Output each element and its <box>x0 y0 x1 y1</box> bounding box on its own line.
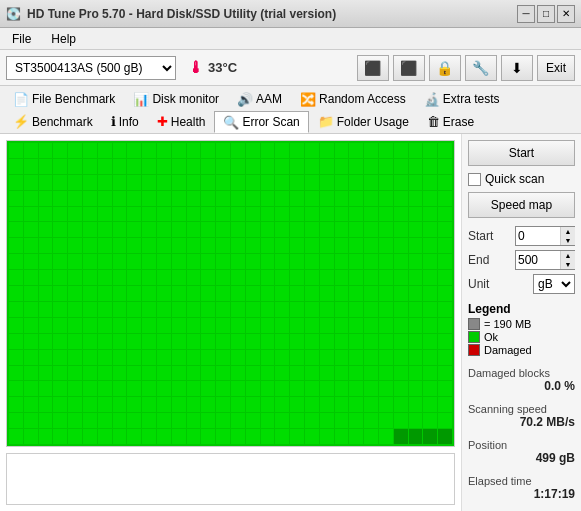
grid-cell <box>216 159 230 174</box>
grid-cell <box>320 159 334 174</box>
tab-benchmark[interactable]: ⚡ Benchmark <box>4 111 102 133</box>
grid-cell <box>394 254 408 269</box>
grid-cell <box>320 381 334 396</box>
start-input[interactable] <box>516 227 560 245</box>
tab-health[interactable]: ✚ Health <box>148 111 215 133</box>
grid-cell <box>113 254 127 269</box>
tab-info[interactable]: ℹ Info <box>102 111 148 133</box>
grid-cell <box>305 254 319 269</box>
grid-cell <box>98 334 112 349</box>
grid-cell <box>201 143 215 158</box>
grid-cell <box>142 238 156 253</box>
grid-cell <box>201 254 215 269</box>
grid-cell <box>423 270 437 285</box>
grid-cell <box>275 334 289 349</box>
grid-cell <box>261 191 275 206</box>
grid-cell <box>157 238 171 253</box>
grid-cell <box>231 159 245 174</box>
tab-disk-monitor[interactable]: 📊 Disk monitor <box>124 88 228 110</box>
tab-extra-tests[interactable]: 🔬 Extra tests <box>415 88 509 110</box>
grid-cell <box>187 238 201 253</box>
grid-cell <box>349 286 363 301</box>
tab-folder-usage[interactable]: 📁 Folder Usage <box>309 111 418 133</box>
close-button[interactable]: ✕ <box>557 5 575 23</box>
grid-cell <box>423 222 437 237</box>
exit-button[interactable]: Exit <box>537 55 575 81</box>
end-spin-down[interactable]: ▼ <box>561 260 575 269</box>
tab-aam[interactable]: 🔊 AAM <box>228 88 291 110</box>
grid-cell <box>68 397 82 412</box>
grid-cell <box>68 143 82 158</box>
tab-erase-label: Erase <box>443 115 474 129</box>
grid-cell <box>53 397 67 412</box>
menu-help[interactable]: Help <box>47 30 80 48</box>
tab-random-access[interactable]: 🔀 Random Access <box>291 88 415 110</box>
grid-cell <box>246 334 260 349</box>
grid-cell <box>379 350 393 365</box>
tab-error-scan[interactable]: 🔍 Error Scan <box>214 111 308 133</box>
grid-cell <box>83 191 97 206</box>
grid-cell <box>438 413 452 428</box>
disk-selector[interactable]: ST3500413AS (500 gB) <box>6 56 176 80</box>
grid-cell <box>216 270 230 285</box>
grid-cell <box>379 222 393 237</box>
tab-erase[interactable]: 🗑 Erase <box>418 111 483 133</box>
grid-cell <box>438 302 452 317</box>
grid-cell <box>364 350 378 365</box>
grid-cell <box>275 318 289 333</box>
grid-cell <box>53 334 67 349</box>
grid-cell <box>9 413 23 428</box>
grid-cell <box>142 191 156 206</box>
maximize-button[interactable]: □ <box>537 5 555 23</box>
toolbar-btn-4[interactable]: 🔧 <box>465 55 497 81</box>
grid-cell <box>142 397 156 412</box>
minimize-button[interactable]: ─ <box>517 5 535 23</box>
grid-cell <box>320 222 334 237</box>
tab-file-benchmark[interactable]: 📄 File Benchmark <box>4 88 124 110</box>
grid-cell <box>187 429 201 444</box>
end-spin-up[interactable]: ▲ <box>561 251 575 260</box>
unit-selector[interactable]: gB MB kB <box>533 274 575 294</box>
toolbar-btn-3[interactable]: 🔒 <box>429 55 461 81</box>
toolbar-btn-5[interactable]: ⬇ <box>501 55 533 81</box>
grid-cell <box>379 429 393 444</box>
grid-cell <box>364 191 378 206</box>
grid-cell <box>409 286 423 301</box>
menu-file[interactable]: File <box>8 30 35 48</box>
speed-map-button[interactable]: Speed map <box>468 192 575 218</box>
grid-cell <box>275 191 289 206</box>
toolbar-btn-2[interactable]: ⬛ <box>393 55 425 81</box>
grid-cell <box>261 175 275 190</box>
grid-cell <box>98 413 112 428</box>
grid-cell <box>172 381 186 396</box>
grid-cell <box>364 143 378 158</box>
grid-cell <box>231 302 245 317</box>
grid-cell <box>275 254 289 269</box>
start-button[interactable]: Start <box>468 140 575 166</box>
grid-cell <box>261 334 275 349</box>
grid-cell <box>127 191 141 206</box>
grid-cell <box>305 381 319 396</box>
toolbar-btn-1[interactable]: ⬛ <box>357 55 389 81</box>
grid-cell <box>98 207 112 222</box>
grid-cell <box>231 175 245 190</box>
grid-cell <box>187 191 201 206</box>
scan-speed-label: Scanning speed <box>468 403 575 415</box>
grid-cell <box>83 143 97 158</box>
grid-cell <box>320 270 334 285</box>
grid-cell <box>172 159 186 174</box>
legend-title: Legend <box>468 302 575 316</box>
grid-cell <box>83 334 97 349</box>
quick-scan-checkbox[interactable] <box>468 173 481 186</box>
legend-label-ok: Ok <box>484 331 498 343</box>
start-spin-down[interactable]: ▼ <box>561 236 575 245</box>
grid-cell <box>438 350 452 365</box>
grid-cell <box>24 207 38 222</box>
grid-cell <box>409 191 423 206</box>
grid-cell <box>157 334 171 349</box>
grid-cell <box>83 318 97 333</box>
start-spin-up[interactable]: ▲ <box>561 227 575 236</box>
grid-cell <box>320 302 334 317</box>
end-input[interactable] <box>516 251 560 269</box>
grid-cell <box>409 413 423 428</box>
